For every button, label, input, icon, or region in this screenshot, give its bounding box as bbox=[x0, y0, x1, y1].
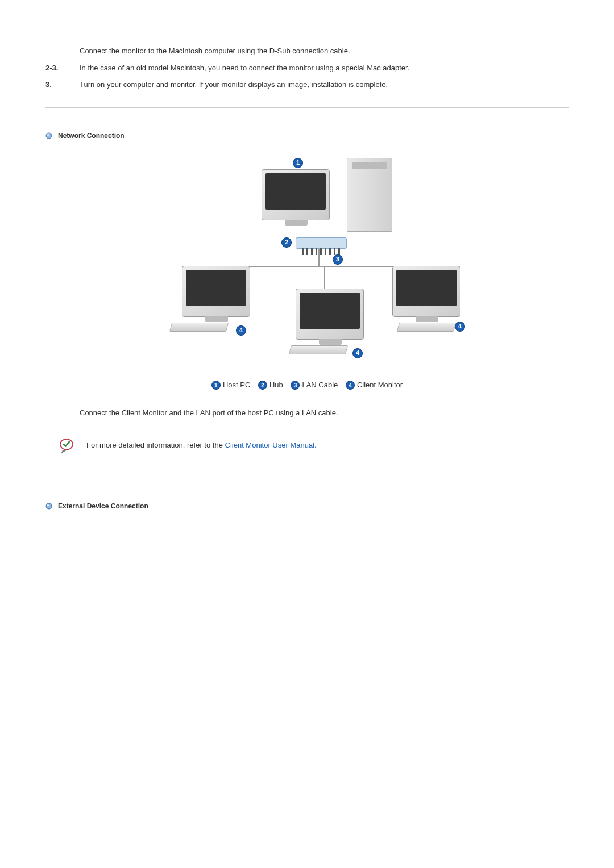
badge-4: 4 bbox=[455, 322, 465, 332]
badge-2: 2 bbox=[281, 237, 292, 248]
client-monitor-icon bbox=[296, 289, 364, 340]
network-connection-title: Network Connection bbox=[58, 131, 125, 141]
external-device-title: External Device Connection bbox=[58, 501, 148, 511]
step-3: 3. Turn on your computer and monitor. If… bbox=[45, 79, 569, 90]
step-2-3-number: 2-3. bbox=[45, 62, 80, 74]
legend-label-2: Hub bbox=[269, 381, 283, 389]
client-monitor-icon bbox=[392, 266, 460, 317]
keyboard-icon bbox=[169, 323, 229, 332]
svg-point-3 bbox=[46, 503, 52, 509]
legend-badge-1: 1 bbox=[211, 381, 221, 390]
legend-badge-4: 4 bbox=[346, 381, 355, 390]
note-text: For more detailed information, refer to … bbox=[86, 440, 317, 451]
note-prefix: For more detailed information, refer to … bbox=[86, 441, 225, 449]
step-2-3-text: In the case of an old model Macintosh, y… bbox=[80, 62, 569, 74]
legend-label-3: LAN Cable bbox=[302, 381, 338, 389]
external-device-heading: External Device Connection bbox=[45, 501, 569, 511]
client-monitor-manual-link[interactable]: Client Monitor User Manual. bbox=[225, 441, 317, 449]
bullet-icon bbox=[45, 503, 52, 510]
network-connection-heading: Network Connection bbox=[45, 131, 569, 141]
svg-point-1 bbox=[47, 134, 49, 136]
note-icon bbox=[57, 436, 76, 455]
diagram-legend: 1Host PC 2Hub 3LAN Cable 4Client Monitor bbox=[45, 379, 569, 391]
note-row: For more detailed information, refer to … bbox=[57, 436, 569, 455]
svg-point-0 bbox=[46, 133, 52, 139]
step-3-text: Turn on your computer and monitor. If yo… bbox=[80, 79, 569, 90]
badge-1: 1 bbox=[293, 158, 303, 168]
divider bbox=[45, 478, 569, 478]
step-2-3: 2-3. In the case of an old model Macinto… bbox=[45, 62, 569, 74]
keyboard-icon bbox=[289, 345, 348, 354]
keyboard-icon bbox=[397, 323, 456, 332]
bullet-icon bbox=[45, 132, 52, 139]
host-pc-monitor-icon bbox=[262, 169, 330, 220]
svg-point-4 bbox=[47, 504, 49, 506]
step-intro-text: Connect the monitor to the Macintosh com… bbox=[80, 45, 569, 57]
hub-icon bbox=[296, 237, 347, 249]
lan-cable-icon bbox=[227, 266, 409, 267]
badge-3: 3 bbox=[333, 254, 343, 265]
legend-badge-2: 2 bbox=[258, 381, 267, 390]
badge-4: 4 bbox=[352, 348, 363, 358]
legend-badge-3: 3 bbox=[291, 381, 300, 390]
network-diagram: 1 2 3 4 4 4 bbox=[45, 152, 569, 368]
divider bbox=[45, 107, 569, 108]
host-pc-tower-icon bbox=[347, 158, 392, 232]
network-body-text: Connect the Client Monitor and the LAN p… bbox=[80, 407, 569, 419]
badge-4: 4 bbox=[236, 326, 246, 336]
lan-cable-icon bbox=[318, 249, 320, 266]
legend-label-1: Host PC bbox=[223, 381, 250, 389]
step-3-number: 3. bbox=[45, 79, 80, 90]
legend-label-4: Client Monitor bbox=[357, 381, 403, 389]
client-monitor-icon bbox=[182, 266, 250, 317]
